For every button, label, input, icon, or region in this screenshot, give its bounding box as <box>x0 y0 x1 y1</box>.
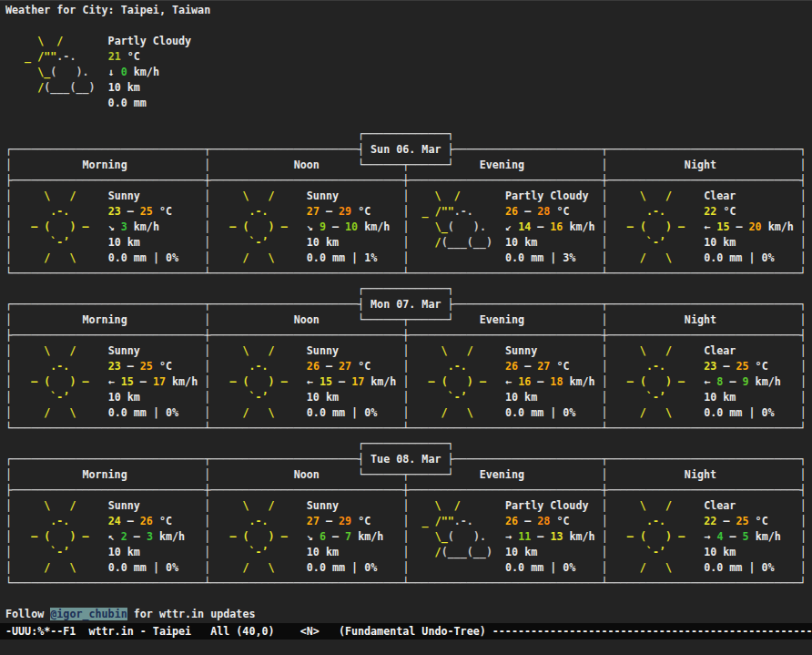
forecast-row: │ \ / Sunny │ \ / Sunny │ \ / Sunny │ \ … <box>5 343 812 359</box>
current-conditions-line: \ / Partly Cloudy <box>5 34 812 49</box>
footer-text-post: for wttr.in updates <box>127 608 256 620</box>
current-conditions-line: \_( ). ↓ 0 km/h <box>5 65 812 80</box>
date-box-top: ┌─────────────┐ <box>5 281 812 297</box>
current-conditions-line: /(___(__) 10 km <box>5 80 812 96</box>
wttr-buffer[interactable]: Weather for City: Taipei, Taiwan \ / Par… <box>0 1 812 638</box>
forecast-row: │ .-. 23 – 25 °C │ .-. 26 – 27 °C │ .-. … <box>5 359 812 374</box>
forecast-row: │ ― ( ) ― ↖ 2 – 3 km/h │ ― ( ) ― ↘ 6 – 7… <box>5 529 812 545</box>
blank-line <box>5 591 812 607</box>
date-box-row: ┌──────────────────────────────┬────────… <box>5 142 812 158</box>
emacs-window: Weather for City: Taipei, Taiwan \ / Par… <box>0 0 812 655</box>
table-bottom: └──────────────────────────────┴────────… <box>5 421 812 436</box>
forecast-row: │ / \ 0.0 mm | 0% │ / \ 0.0 mm | 0% │ 0.… <box>5 560 812 576</box>
forecast-row: │ `-’ 10 km │ `-’ 10 km │ `-’ 10 km │ `-… <box>5 390 812 405</box>
table-separator: ├──────────────────────────────┼────────… <box>5 328 812 343</box>
date-box-row: ┌──────────────────────────────┬────────… <box>5 297 812 312</box>
buffer-title: Weather for City: Taipei, Taiwan <box>5 3 812 18</box>
blank-line <box>5 18 812 34</box>
forecast-row: │ / \ 0.0 mm | 0% │ / \ 0.0 mm | 0% │ / … <box>5 405 812 421</box>
forecast-row: │ .-. 23 – 25 °C │ .-. 27 – 29 °C │ _ /"… <box>5 204 812 220</box>
table-separator: ├──────────────────────────────┼────────… <box>5 173 812 189</box>
date-box-top: ┌─────────────┐ <box>5 436 812 452</box>
igor-chubin-link[interactable]: @igor_chubin <box>50 608 127 620</box>
period-labels-row: │ Morning │ Noon └──────┬──────┘ Evening… <box>5 312 812 328</box>
forecast-row: │ .-. 24 – 26 °C │ .-. 27 – 29 °C │ _ /"… <box>5 514 812 529</box>
current-conditions-line: _ /"".-. 21 °C <box>5 49 812 65</box>
forecast-row: │ \ / Sunny │ \ / Sunny │ \ / Partly Clo… <box>5 189 812 204</box>
period-labels-row: │ Morning │ Noon └──────┬──────┘ Evening… <box>5 158 812 173</box>
forecast-row: │ `-’ 10 km │ `-’ 10 km │ /(___(__) 10 k… <box>5 235 812 251</box>
forecast-row: │ \ / Sunny │ \ / Sunny │ \ / Partly Clo… <box>5 498 812 514</box>
forecast-row: │ / \ 0.0 mm | 0% │ / \ 0.0 mm | 1% │ 0.… <box>5 251 812 266</box>
table-bottom: └──────────────────────────────┴────────… <box>5 266 812 281</box>
table-bottom: └──────────────────────────────┴────────… <box>5 576 812 591</box>
forecast-row: │ ― ( ) ― ← 15 – 17 km/h │ ― ( ) ― ← 15 … <box>5 374 812 390</box>
forecast-row: │ ― ( ) ― ↘ 3 km/h │ ― ( ) ― ↘ 9 – 10 km… <box>5 220 812 235</box>
forecast-area: \ / Partly Cloudy _ /"".-. 21 °C \_( ). … <box>5 18 812 591</box>
period-labels-row: │ Morning │ Noon └──────┬──────┘ Evening… <box>5 467 812 483</box>
footer-line: Follow @igor_chubin for wttr.in updates <box>5 607 812 622</box>
forecast-row: │ `-’ 10 km │ `-’ 10 km │ /(___(__) 10 k… <box>5 545 812 560</box>
table-separator: ├──────────────────────────────┼────────… <box>5 483 812 498</box>
current-conditions-line: 0.0 mm <box>5 96 812 111</box>
date-box-row: ┌──────────────────────────────┬────────… <box>5 452 812 467</box>
footer-text-pre: Follow <box>5 608 50 620</box>
emacs-modeline[interactable]: -UUU:%*--F1 wttr.in - Taipei All (40,0) … <box>0 623 812 640</box>
blank-line <box>5 111 812 127</box>
date-box-top: ┌─────────────┐ <box>5 127 812 142</box>
